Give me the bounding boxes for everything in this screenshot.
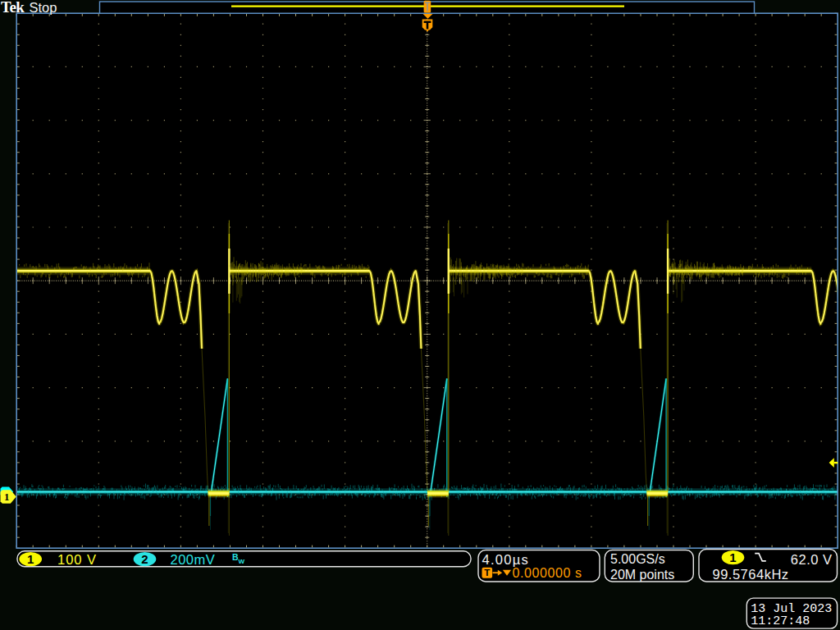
svg-text:100 V: 100 V bbox=[57, 552, 97, 567]
svg-text:W: W bbox=[239, 558, 245, 565]
svg-text:T: T bbox=[484, 568, 490, 578]
svg-text:5.00GS/s: 5.00GS/s bbox=[610, 552, 665, 566]
svg-text:99.5764kHz: 99.5764kHz bbox=[713, 567, 789, 582]
svg-text:0.000000 s: 0.000000 s bbox=[513, 566, 582, 580]
svg-text:2: 2 bbox=[141, 552, 148, 566]
svg-text:11:27:48: 11:27:48 bbox=[751, 614, 810, 628]
svg-text:62.0 V: 62.0 V bbox=[791, 552, 833, 567]
svg-text:200mV: 200mV bbox=[171, 552, 216, 567]
svg-text:1: 1 bbox=[4, 491, 10, 503]
svg-text:4.00µs: 4.00µs bbox=[482, 552, 530, 567]
svg-text:1: 1 bbox=[729, 550, 736, 564]
svg-text:Stop: Stop bbox=[30, 0, 57, 15]
svg-text:Tek: Tek bbox=[1, 0, 25, 16]
svg-text:20M points: 20M points bbox=[610, 568, 674, 582]
svg-text:1: 1 bbox=[27, 552, 34, 566]
